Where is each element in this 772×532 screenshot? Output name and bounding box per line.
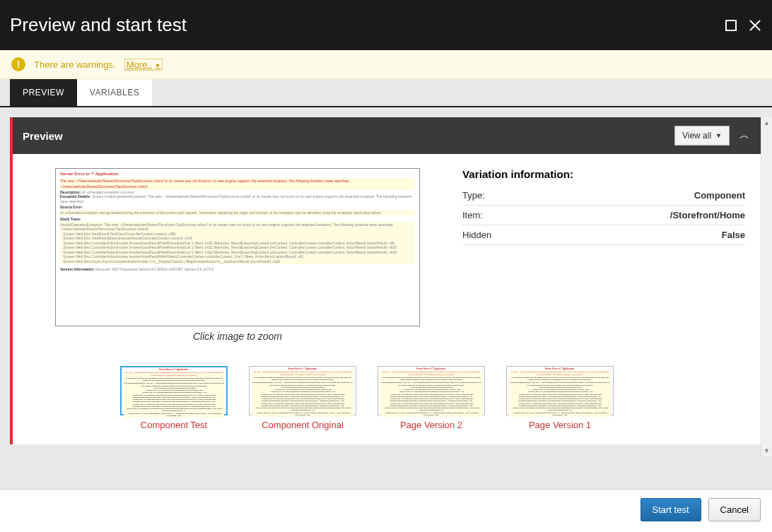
close-icon[interactable] — [749, 20, 761, 31]
window-controls — [725, 20, 761, 31]
info-row-hidden: Hidden False — [462, 225, 745, 245]
preview-image[interactable]: Server Error in '/' Application. The vie… — [55, 168, 420, 326]
panel-title: Preview — [23, 130, 63, 142]
variation-info: Variation information: Type: Component I… — [462, 168, 745, 342]
warning-text: There are warnings. — [34, 59, 116, 70]
zoom-hint: Click image to zoom — [55, 331, 420, 342]
variation-info-heading: Variation information: — [462, 168, 745, 180]
content-area: Preview View all▼ ︿ Server Error in '/' … — [0, 107, 772, 489]
vertical-scrollbar[interactable]: ▲ ▼ — [761, 117, 772, 456]
warning-bar: ! There are warnings. More..▼ — [0, 50, 772, 79]
panel-header: Preview View all▼ ︿ — [13, 117, 762, 154]
scroll-down-icon[interactable]: ▼ — [761, 445, 772, 456]
dialog-title: Preview and start test — [10, 14, 187, 36]
view-all-button[interactable]: View all▼ — [674, 126, 730, 146]
info-row-type: Type: Component — [462, 186, 745, 206]
warning-icon: ! — [11, 57, 25, 71]
chevron-down-icon: ▼ — [715, 132, 722, 139]
collapse-icon[interactable]: ︿ — [737, 129, 752, 142]
dialog-footer: Start test Cancel — [0, 489, 772, 530]
tab-bar: PREVIEW VARIABLES — [0, 79, 772, 107]
restore-icon[interactable] — [725, 20, 737, 31]
cancel-button[interactable]: Cancel — [708, 498, 761, 521]
start-test-button[interactable]: Start test — [641, 498, 701, 521]
chevron-down-icon: ▼ — [154, 62, 160, 69]
thumb-page-version-2[interactable]: Server Error in '/' Application. The vie… — [378, 366, 485, 430]
tab-preview[interactable]: PREVIEW — [10, 79, 77, 106]
thumb-component-original[interactable]: Server Error in '/' Application. The vie… — [249, 366, 356, 430]
dialog-header: Preview and start test — [0, 0, 772, 50]
thumb-component-test[interactable]: Server Error in '/' Application. The vie… — [120, 366, 228, 430]
thumb-page-version-1[interactable]: Server Error in '/' Application. The vie… — [506, 366, 614, 430]
thumbnail-strip: Server Error in '/' Application. The vie… — [13, 356, 762, 444]
warning-more-link[interactable]: More..▼ — [124, 59, 163, 71]
preview-panel: Preview View all▼ ︿ Server Error in '/' … — [10, 117, 762, 444]
scroll-up-icon[interactable]: ▲ — [761, 117, 772, 129]
tab-variables[interactable]: VARIABLES — [77, 79, 152, 106]
info-row-item: Item: /Storefront/Home — [462, 206, 745, 225]
